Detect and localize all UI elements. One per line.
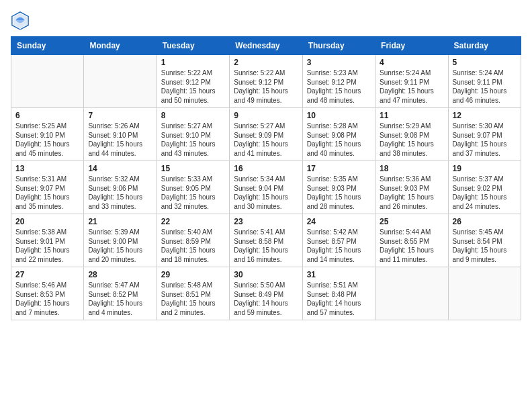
day-number: 14 [88,164,152,173]
calendar-week-row-1: 1Sunrise: 5:22 AM Sunset: 9:12 PM Daylig… [11,55,521,108]
day-number: 4 [380,58,443,67]
day-info: Sunrise: 5:44 AM Sunset: 8:55 PM Dayligh… [380,228,443,264]
weekday-header-thursday: Thursday [302,37,375,55]
day-number: 22 [161,217,225,226]
weekday-header-row: SundayMondayTuesdayWednesdayThursdayFrid… [11,37,521,55]
day-info: Sunrise: 5:45 AM Sunset: 8:54 PM Dayligh… [453,228,517,264]
day-info: Sunrise: 5:22 AM Sunset: 9:12 PM Dayligh… [161,68,225,105]
page-header [11,11,521,30]
day-number: 9 [234,111,298,120]
calendar-cell: 11Sunrise: 5:29 AM Sunset: 9:08 PM Dayli… [375,108,448,161]
day-number: 29 [161,270,225,279]
calendar-cell [375,267,448,320]
day-info: Sunrise: 5:30 AM Sunset: 9:07 PM Dayligh… [453,122,517,158]
calendar-cell: 4Sunrise: 5:24 AM Sunset: 9:11 PM Daylig… [375,55,448,108]
day-number: 2 [234,58,298,67]
day-number: 25 [380,217,443,226]
calendar-cell: 17Sunrise: 5:35 AM Sunset: 9:03 PM Dayli… [302,161,375,214]
day-number: 21 [88,217,152,226]
calendar-cell: 26Sunrise: 5:45 AM Sunset: 8:54 PM Dayli… [448,214,521,267]
calendar-cell: 30Sunrise: 5:50 AM Sunset: 8:49 PM Dayli… [230,267,302,320]
day-info: Sunrise: 5:48 AM Sunset: 8:51 PM Dayligh… [161,281,225,317]
day-info: Sunrise: 5:34 AM Sunset: 9:04 PM Dayligh… [234,175,298,211]
day-number: 17 [307,164,371,173]
day-info: Sunrise: 5:37 AM Sunset: 9:02 PM Dayligh… [453,175,517,211]
day-info: Sunrise: 5:28 AM Sunset: 9:08 PM Dayligh… [307,122,371,158]
day-number: 24 [307,217,371,226]
day-number: 12 [453,111,517,120]
calendar-week-row-4: 20Sunrise: 5:38 AM Sunset: 9:01 PM Dayli… [11,214,521,267]
calendar-week-row-2: 6Sunrise: 5:25 AM Sunset: 9:10 PM Daylig… [11,108,521,161]
day-number: 13 [15,164,79,173]
day-info: Sunrise: 5:27 AM Sunset: 9:09 PM Dayligh… [234,122,298,158]
calendar-cell: 22Sunrise: 5:40 AM Sunset: 8:59 PM Dayli… [157,214,229,267]
day-number: 26 [453,217,517,226]
calendar-cell: 27Sunrise: 5:46 AM Sunset: 8:53 PM Dayli… [11,267,84,320]
calendar-cell: 21Sunrise: 5:39 AM Sunset: 9:00 PM Dayli… [84,214,157,267]
weekday-header-tuesday: Tuesday [157,37,229,55]
day-number: 3 [307,58,371,67]
day-number: 31 [307,270,371,279]
calendar-cell: 5Sunrise: 5:24 AM Sunset: 9:11 PM Daylig… [448,55,521,108]
calendar-cell: 1Sunrise: 5:22 AM Sunset: 9:12 PM Daylig… [157,55,229,108]
calendar-table: SundayMondayTuesdayWednesdayThursdayFrid… [11,36,521,320]
weekday-header-monday: Monday [84,37,157,55]
day-number: 16 [234,164,298,173]
calendar-cell: 25Sunrise: 5:44 AM Sunset: 8:55 PM Dayli… [375,214,448,267]
calendar-cell: 8Sunrise: 5:27 AM Sunset: 9:10 PM Daylig… [157,108,229,161]
calendar-cell: 28Sunrise: 5:47 AM Sunset: 8:52 PM Dayli… [84,267,157,320]
calendar-cell [448,267,521,320]
day-info: Sunrise: 5:22 AM Sunset: 9:12 PM Dayligh… [234,68,298,105]
day-number: 30 [234,270,298,279]
calendar-cell: 20Sunrise: 5:38 AM Sunset: 9:01 PM Dayli… [11,214,84,267]
calendar-cell: 23Sunrise: 5:41 AM Sunset: 8:58 PM Dayli… [230,214,302,267]
day-number: 15 [161,164,225,173]
day-number: 23 [234,217,298,226]
day-info: Sunrise: 5:25 AM Sunset: 9:10 PM Dayligh… [15,122,79,158]
day-info: Sunrise: 5:40 AM Sunset: 8:59 PM Dayligh… [161,228,225,264]
calendar-cell: 24Sunrise: 5:42 AM Sunset: 8:57 PM Dayli… [302,214,375,267]
day-number: 27 [15,270,79,279]
day-info: Sunrise: 5:27 AM Sunset: 9:10 PM Dayligh… [161,122,225,158]
calendar-cell: 18Sunrise: 5:36 AM Sunset: 9:03 PM Dayli… [375,161,448,214]
calendar-cell: 12Sunrise: 5:30 AM Sunset: 9:07 PM Dayli… [448,108,521,161]
day-info: Sunrise: 5:42 AM Sunset: 8:57 PM Dayligh… [307,228,371,264]
calendar-cell: 3Sunrise: 5:23 AM Sunset: 9:12 PM Daylig… [302,55,375,108]
calendar-cell: 19Sunrise: 5:37 AM Sunset: 9:02 PM Dayli… [448,161,521,214]
calendar-cell: 29Sunrise: 5:48 AM Sunset: 8:51 PM Dayli… [157,267,229,320]
day-info: Sunrise: 5:35 AM Sunset: 9:03 PM Dayligh… [307,175,371,211]
day-info: Sunrise: 5:33 AM Sunset: 9:05 PM Dayligh… [161,175,225,211]
day-info: Sunrise: 5:51 AM Sunset: 8:48 PM Dayligh… [307,281,371,317]
day-info: Sunrise: 5:50 AM Sunset: 8:49 PM Dayligh… [234,281,298,317]
calendar-week-row-3: 13Sunrise: 5:31 AM Sunset: 9:07 PM Dayli… [11,161,521,214]
calendar-cell: 10Sunrise: 5:28 AM Sunset: 9:08 PM Dayli… [302,108,375,161]
day-number: 20 [15,217,79,226]
logo [11,11,32,30]
calendar-cell: 14Sunrise: 5:32 AM Sunset: 9:06 PM Dayli… [84,161,157,214]
day-info: Sunrise: 5:26 AM Sunset: 9:10 PM Dayligh… [88,122,152,158]
weekday-header-saturday: Saturday [448,37,521,55]
day-number: 6 [15,111,79,120]
day-info: Sunrise: 5:39 AM Sunset: 9:00 PM Dayligh… [88,228,152,264]
calendar-cell: 15Sunrise: 5:33 AM Sunset: 9:05 PM Dayli… [157,161,229,214]
day-number: 19 [453,164,517,173]
day-info: Sunrise: 5:23 AM Sunset: 9:12 PM Dayligh… [307,68,371,105]
day-info: Sunrise: 5:31 AM Sunset: 9:07 PM Dayligh… [15,175,79,211]
day-info: Sunrise: 5:29 AM Sunset: 9:08 PM Dayligh… [380,122,443,158]
calendar-cell [11,55,84,108]
day-number: 8 [161,111,225,120]
day-info: Sunrise: 5:24 AM Sunset: 9:11 PM Dayligh… [380,68,443,105]
day-info: Sunrise: 5:46 AM Sunset: 8:53 PM Dayligh… [15,281,79,317]
day-number: 1 [161,58,225,67]
day-number: 5 [453,58,517,67]
calendar-cell: 13Sunrise: 5:31 AM Sunset: 9:07 PM Dayli… [11,161,84,214]
day-number: 7 [88,111,152,120]
day-number: 11 [380,111,443,120]
weekday-header-sunday: Sunday [11,37,84,55]
calendar-cell: 7Sunrise: 5:26 AM Sunset: 9:10 PM Daylig… [84,108,157,161]
calendar-cell: 2Sunrise: 5:22 AM Sunset: 9:12 PM Daylig… [230,55,302,108]
calendar-cell: 9Sunrise: 5:27 AM Sunset: 9:09 PM Daylig… [230,108,302,161]
day-info: Sunrise: 5:36 AM Sunset: 9:03 PM Dayligh… [380,175,443,211]
day-number: 18 [380,164,443,173]
day-info: Sunrise: 5:47 AM Sunset: 8:52 PM Dayligh… [88,281,152,317]
